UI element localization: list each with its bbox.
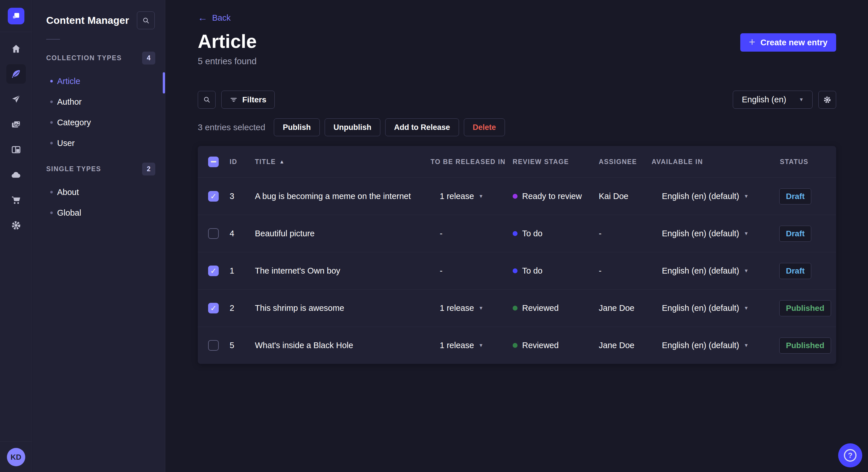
stage-dot — [513, 343, 518, 348]
status-badge: Published — [779, 338, 831, 353]
entries-count-text: 5 entries found — [198, 56, 257, 67]
unpublish-button[interactable]: Unpublish — [324, 119, 380, 136]
paper-plane-icon[interactable] — [0, 87, 32, 112]
section-label: COLLECTION TYPES — [46, 54, 122, 62]
sidebar-item-article[interactable]: Article — [32, 71, 165, 92]
main-content: ← Back Article 5 entries found + Create … — [166, 0, 868, 472]
cell-release[interactable]: 1 release ▼ — [431, 303, 513, 313]
cell-available-in[interactable]: English (en) (default) ▼ — [652, 192, 776, 201]
table-row[interactable]: 4 Beautiful picture - ▼ To do - English … — [198, 215, 836, 252]
nav-icon-list — [0, 36, 32, 238]
cart-icon[interactable] — [0, 188, 32, 213]
toolbar: Filters English (en) ▼ — [198, 91, 836, 109]
row-checkbox[interactable] — [208, 266, 219, 276]
single-types-count-badge: 2 — [142, 163, 155, 175]
strapi-logo-icon[interactable] — [8, 8, 24, 24]
table-search-button[interactable] — [198, 91, 216, 109]
cell-release: - ▼ — [431, 266, 513, 276]
active-nav-highlight — [6, 64, 26, 84]
release-caret: ▼ — [478, 194, 484, 199]
single-types-list: About Global — [32, 182, 165, 223]
column-header-title[interactable]: TITLE ▲ — [255, 158, 431, 166]
sidebar-footer: KD — [0, 441, 32, 472]
strapi-logo-glyph — [10, 10, 22, 22]
cell-available-in[interactable]: English (en) (default) ▼ — [652, 303, 776, 313]
home-icon[interactable] — [0, 36, 32, 61]
sidebar-item-about[interactable]: About — [32, 182, 165, 202]
cell-assignee: Jane Doe — [599, 303, 652, 313]
column-header-release: TO BE RELEASED IN — [431, 158, 513, 166]
cell-available-in[interactable]: English (en) (default) ▼ — [652, 266, 776, 276]
stage-dot — [513, 306, 518, 310]
user-avatar[interactable]: KD — [7, 448, 25, 466]
column-header-review-stage: REVIEW STAGE — [513, 158, 599, 166]
table-row[interactable]: 2 This shrimp is awesome 1 release ▼ Rev… — [198, 289, 836, 327]
back-arrow-icon: ← — [198, 12, 208, 22]
row-checkbox[interactable] — [208, 303, 219, 313]
cell-review-stage: To do — [513, 266, 599, 276]
table-row[interactable]: 3 A bug is becoming a meme on the intern… — [198, 177, 836, 215]
cell-id: 1 — [229, 266, 255, 276]
cell-title: This shrimp is awesome — [255, 303, 431, 313]
bulk-actions-bar: 3 entries selected Publish Unpublish Add… — [198, 119, 510, 136]
cell-assignee: Kai Doe — [599, 192, 652, 201]
cell-review-stage: Ready to review — [513, 192, 599, 201]
locale-select[interactable]: English (en) ▼ — [733, 91, 813, 109]
create-new-entry-button[interactable]: + Create new entry — [740, 33, 836, 52]
cell-available-in[interactable]: English (en) (default) ▼ — [652, 341, 776, 350]
stage-dot — [513, 268, 518, 273]
filter-icon — [229, 96, 238, 104]
publish-button[interactable]: Publish — [274, 119, 320, 136]
section-label: SINGLE TYPES — [46, 165, 101, 173]
sidebar-item-author[interactable]: Author — [32, 92, 165, 112]
gear-icon[interactable] — [0, 213, 32, 238]
app-screen: KD Content Manager COLLECTION TYPES 4 Ar… — [0, 0, 868, 472]
sidebar-item-global[interactable]: Global — [32, 202, 165, 223]
filters-button[interactable]: Filters — [221, 91, 275, 109]
search-button[interactable] — [137, 11, 155, 29]
sidebar-item-user[interactable]: User — [32, 133, 165, 154]
table-row[interactable]: 1 The internet's Own boy - ▼ To do - Eng… — [198, 252, 836, 289]
cell-review-stage: Reviewed — [513, 341, 599, 350]
row-checkbox[interactable] — [208, 191, 219, 202]
delete-button[interactable]: Delete — [464, 119, 505, 136]
sidebar-item-category[interactable]: Category — [32, 112, 165, 133]
cloud-icon[interactable] — [0, 162, 32, 188]
cell-release[interactable]: 1 release ▼ — [431, 341, 513, 350]
gear-icon — [823, 96, 832, 104]
cell-title: Beautiful picture — [255, 229, 431, 238]
cell-assignee: Jane Doe — [599, 341, 652, 350]
list-settings-button[interactable] — [818, 91, 836, 109]
question-mark-icon: ? — [844, 449, 857, 462]
chevron-down-icon: ▼ — [744, 231, 749, 237]
help-button[interactable]: ? — [838, 443, 862, 467]
select-all-checkbox[interactable] — [208, 157, 219, 167]
cell-title: What's inside a Black Hole — [255, 341, 431, 350]
chevron-down-icon: ▼ — [744, 268, 749, 274]
layout-icon[interactable] — [0, 137, 32, 162]
add-to-release-button[interactable]: Add to Release — [385, 119, 459, 136]
single-types-header: SINGLE TYPES 2 — [32, 163, 165, 175]
back-link[interactable]: ← Back — [198, 13, 230, 23]
chevron-down-icon: ▼ — [799, 97, 804, 103]
release-caret: ▼ — [478, 305, 484, 311]
cell-id: 3 — [229, 192, 255, 201]
row-checkbox[interactable] — [208, 228, 219, 239]
column-header-id[interactable]: ID — [229, 158, 255, 166]
main-nav-sidebar: KD — [0, 0, 32, 472]
media-icon[interactable] — [0, 112, 32, 137]
status-badge: Draft — [779, 263, 811, 279]
table-row[interactable]: 5 What's inside a Black Hole 1 release ▼… — [198, 327, 836, 364]
column-header-assignee: ASSIGNEE — [599, 158, 652, 166]
cell-id: 4 — [229, 229, 255, 238]
status-badge: Draft — [779, 189, 811, 204]
feather-icon[interactable] — [0, 61, 32, 87]
logo-area — [0, 0, 32, 32]
status-badge: Draft — [779, 226, 811, 242]
cell-available-in[interactable]: English (en) (default) ▼ — [652, 229, 776, 238]
search-icon — [203, 96, 211, 103]
cell-title: A bug is becoming a meme on the internet — [255, 192, 431, 201]
cell-release[interactable]: 1 release ▼ — [431, 192, 513, 201]
column-header-status: STATUS — [780, 158, 836, 166]
row-checkbox[interactable] — [208, 340, 219, 351]
